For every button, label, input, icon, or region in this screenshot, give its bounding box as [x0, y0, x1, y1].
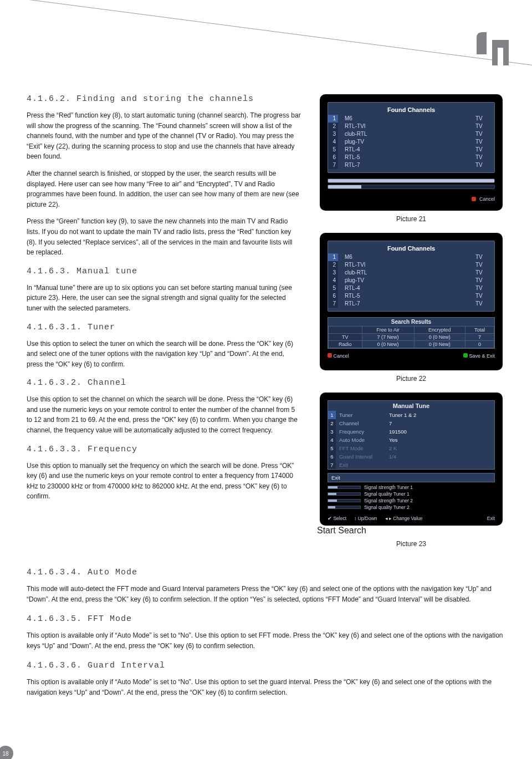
para: Use this option to select the tuner on w…	[27, 339, 301, 370]
channel-row: 3club-RTLTV	[328, 269, 494, 277]
channel-row: 5RTL-4TV	[328, 146, 494, 154]
heading-4-1-6-3-2: 4.1.6.3.2. Channel	[27, 378, 301, 388]
tv23-title: Manual Tune	[328, 401, 494, 411]
channel-row: 6RTL-5TV	[328, 292, 494, 300]
green-dot-icon	[463, 353, 468, 358]
channel-row: 5RTL-4TV	[328, 284, 494, 292]
tv22-cancel: Cancel	[334, 353, 349, 359]
tv23-footer-change: Change Value	[393, 516, 422, 521]
signal-meter: Signal strength Tuner 1	[328, 485, 495, 490]
heading-4-1-6-2: 4.1.6.2. Finding and storing the channel…	[27, 94, 301, 104]
manual-tune-row: 1TunerTuner 1 & 2	[328, 411, 494, 419]
tv21-progress-2	[328, 185, 495, 189]
caption-22: Picture 22	[317, 375, 505, 383]
tv23-footer-select: Select	[333, 516, 346, 521]
heading-4-1-6-3-6: 4.1.6.3.6. Guard Interval	[27, 661, 505, 670]
heading-4-1-6-3-1: 4.1.6.3.1. Tuner	[27, 323, 301, 332]
heading-4-1-6-3: 4.1.6.3. Manual tune	[27, 267, 301, 276]
svg-rect-3	[498, 48, 503, 65]
para: This mode will auto-detect the FFT mode …	[27, 584, 505, 604]
tv22-results-table: Free to Air Encrypted Total TV 7 (7 New)…	[328, 326, 494, 348]
tv23-start-search: Start Search	[317, 526, 505, 536]
manual-tune-row: 4Auto ModeYes	[328, 436, 494, 444]
para: After the channel search is finished, or…	[27, 169, 301, 210]
heading-4-1-6-3-3: 4.1.6.3.3. Frequency	[27, 445, 301, 454]
screenshot-picture-21: Found Channels 1M6TV2RTL-TVITV3club-RTLT…	[320, 94, 503, 211]
signal-meter: Signal quality Tuner 1	[328, 491, 495, 497]
heading-4-1-6-3-5: 4.1.6.3.5. FFT Mode	[27, 614, 505, 624]
channel-row: 1M6TV	[328, 115, 494, 123]
tv21-cancel: Cancel	[479, 196, 495, 202]
para: This option is available only if “Auto M…	[27, 677, 505, 697]
screenshot-picture-23: Manual Tune 1TunerTuner 1 & 22Channel73F…	[320, 393, 503, 526]
page-number-badge: 18	[0, 746, 13, 759]
tv21-title: Found Channels	[328, 105, 494, 115]
channel-row: 1M6TV	[328, 253, 494, 261]
manual-tune-row: 7Exit	[328, 461, 494, 469]
channel-row: 2RTL-TVITV	[328, 261, 494, 269]
tv21-progress-1	[328, 179, 495, 183]
signal-meter: Signal strength Tuner 2	[328, 498, 495, 503]
para: Press the “Green” function key (9), to s…	[27, 216, 301, 257]
channel-row: 4plug-TVTV	[328, 277, 494, 284]
tv23-footer-updown: Up/Down	[358, 516, 377, 521]
para: This option is available only if “Auto M…	[27, 630, 505, 651]
brand-logo	[473, 29, 512, 68]
channel-row: 7RTL-7TV	[328, 300, 494, 308]
channel-row: 4plug-TVTV	[328, 138, 494, 146]
channel-row: 7RTL-7TV	[328, 161, 494, 169]
channel-row: 3club-RTLTV	[328, 130, 494, 138]
manual-tune-row: 5FFT Mode2 K	[328, 444, 494, 452]
channel-row: 2RTL-TVITV	[328, 123, 494, 130]
tv23-exit-row: Exit	[328, 473, 495, 482]
caption-23: Picture 23	[317, 540, 505, 548]
para: Use this option to set the channel on wh…	[27, 394, 301, 435]
heading-4-1-6-3-4: 4.1.6.3.4. Auto Mode	[27, 568, 505, 577]
para: Press the “Red” function key (8), to sta…	[27, 110, 301, 162]
tv22-save: Save & Exit	[469, 353, 495, 359]
channel-row: 6RTL-5TV	[328, 154, 494, 161]
screenshot-picture-22: Found Channels 1M6TV2RTL-TVITV3club-RTLT…	[320, 233, 503, 370]
tv22-results-title: Search Results	[328, 318, 494, 326]
red-dot-icon	[472, 197, 476, 201]
para: In “Manual tune” there are up to six opt…	[27, 283, 301, 314]
tv23-footer-exit: Exit	[487, 516, 495, 521]
manual-tune-row: 2Channel7	[328, 419, 494, 427]
manual-tune-row: 6Guard Interval1/4	[328, 452, 494, 461]
para: Use this option to manually set the freq…	[27, 461, 301, 502]
tv22-title: Found Channels	[328, 243, 494, 253]
caption-21: Picture 21	[317, 215, 505, 223]
signal-meter: Signal quality Tuner 2	[328, 505, 495, 510]
red-dot-icon	[328, 353, 332, 358]
manual-tune-row: 3Frequency191500	[328, 427, 494, 436]
